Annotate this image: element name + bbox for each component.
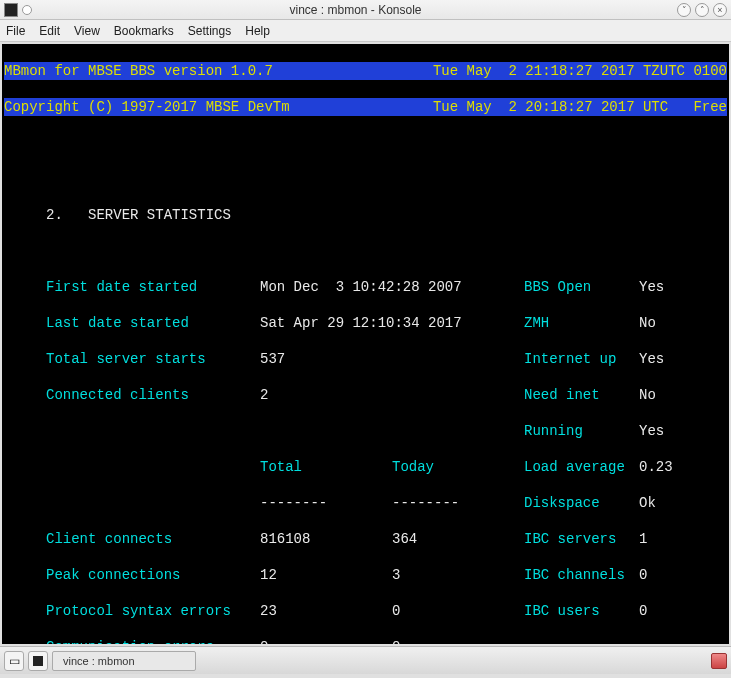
need-inet-value: No xyxy=(639,387,656,403)
diskspace-value: Ok xyxy=(639,495,656,511)
load-average-value: 0.23 xyxy=(639,459,673,475)
column-header-today: Today xyxy=(392,459,434,475)
header-clock-utc: Tue May 2 20:18:27 2017 UTC Free xyxy=(433,98,727,116)
zmh-label: ZMH xyxy=(524,314,639,332)
peak-connections-today: 3 xyxy=(392,567,400,583)
taskbar-task-label: vince : mbmon xyxy=(63,655,135,667)
tray-icon[interactable] xyxy=(711,653,727,669)
running-value: Yes xyxy=(639,423,664,439)
load-average-label: Load average xyxy=(524,458,639,476)
total-server-starts-value: 537 xyxy=(260,351,285,367)
app-icon xyxy=(4,3,18,17)
minimize-button[interactable]: ˅ xyxy=(677,3,691,17)
client-connects-today: 364 xyxy=(392,531,417,547)
protocol-syntax-errors-label: Protocol syntax errors xyxy=(46,602,260,620)
show-desktop-button[interactable]: ▭ xyxy=(4,651,24,671)
ibc-servers-value: 1 xyxy=(639,531,647,547)
peak-connections-total: 12 xyxy=(260,566,392,584)
ibc-channels-value: 0 xyxy=(639,567,647,583)
terminal-icon xyxy=(33,656,43,666)
close-button[interactable]: × xyxy=(713,3,727,17)
first-date-started-label: First date started xyxy=(46,278,260,296)
header-app-version: MBmon for MBSE BBS version 1.0.7 xyxy=(4,62,273,80)
diskspace-label: Diskspace xyxy=(524,494,639,512)
ibc-servers-label: IBC servers xyxy=(524,530,639,548)
connected-clients-value: 2 xyxy=(260,387,268,403)
section-title: SERVER STATISTICS xyxy=(88,207,231,223)
rule-today: -------- xyxy=(392,495,459,511)
ibc-users-label: IBC users xyxy=(524,602,639,620)
protocol-syntax-errors-total: 23 xyxy=(260,602,392,620)
menubar: File Edit View Bookmarks Settings Help xyxy=(0,20,731,42)
internet-up-label: Internet up xyxy=(524,350,639,368)
running-label: Running xyxy=(524,422,639,440)
menu-settings[interactable]: Settings xyxy=(188,24,231,38)
zmh-value: No xyxy=(639,315,656,331)
rule-total: -------- xyxy=(260,494,392,512)
communication-errors-total: 0 xyxy=(260,638,392,644)
menu-edit[interactable]: Edit xyxy=(39,24,60,38)
bbs-open-label: BBS Open xyxy=(524,278,639,296)
last-date-started-value: Sat Apr 29 12:10:34 2017 xyxy=(260,315,462,331)
header-copyright: Copyright (C) 1997-2017 MBSE DevTm xyxy=(4,98,290,116)
peak-connections-label: Peak connections xyxy=(46,566,260,584)
protocol-syntax-errors-today: 0 xyxy=(392,603,400,619)
communication-errors-today: 0 xyxy=(392,639,400,644)
internet-up-value: Yes xyxy=(639,351,664,367)
first-date-started-value: Mon Dec 3 10:42:28 2007 xyxy=(260,279,462,295)
header-clock-tzutc: Tue May 2 21:18:27 2017 TZUTC 0100 xyxy=(433,62,727,80)
last-date-started-label: Last date started xyxy=(46,314,260,332)
window-title: vince : mbmon - Konsole xyxy=(38,3,673,17)
titlebar: vince : mbmon - Konsole ˅ ˄ × xyxy=(0,0,731,20)
menu-file[interactable]: File xyxy=(6,24,25,38)
taskbar: ▭ vince : mbmon xyxy=(0,646,731,674)
connected-clients-label: Connected clients xyxy=(46,386,260,404)
bbs-open-value: Yes xyxy=(639,279,664,295)
column-header-total: Total xyxy=(260,458,392,476)
session-dot xyxy=(22,5,32,15)
taskbar-task[interactable]: vince : mbmon xyxy=(52,651,196,671)
client-connects-label: Client connects xyxy=(46,530,260,548)
client-connects-total: 816108 xyxy=(260,530,392,548)
ibc-users-value: 0 xyxy=(639,603,647,619)
taskbar-terminal-icon[interactable] xyxy=(28,651,48,671)
maximize-button[interactable]: ˄ xyxy=(695,3,709,17)
terminal[interactable]: MBmon for MBSE BBS version 1.0.7Tue May … xyxy=(2,44,729,644)
section-number: 2. xyxy=(46,207,63,223)
total-server-starts-label: Total server starts xyxy=(46,350,260,368)
need-inet-label: Need inet xyxy=(524,386,639,404)
ibc-channels-label: IBC channels xyxy=(524,566,639,584)
desktop-icon: ▭ xyxy=(9,654,20,668)
menu-help[interactable]: Help xyxy=(245,24,270,38)
menu-bookmarks[interactable]: Bookmarks xyxy=(114,24,174,38)
menu-view[interactable]: View xyxy=(74,24,100,38)
communication-errors-label: Communication errors xyxy=(46,638,260,644)
